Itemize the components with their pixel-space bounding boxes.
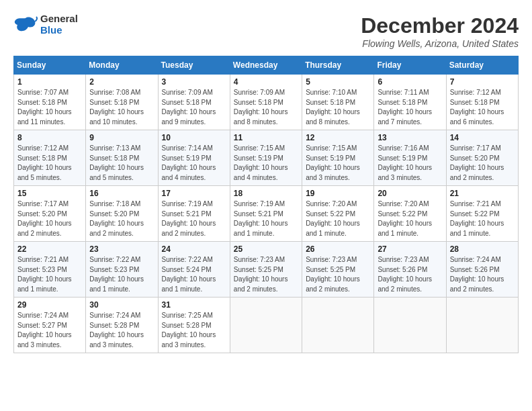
- calendar-cell: 15Sunrise: 7:17 AMSunset: 5:20 PMDayligh…: [14, 186, 86, 242]
- day-info: Sunrise: 7:24 AMSunset: 5:28 PMDaylight:…: [89, 311, 154, 350]
- day-info: Sunrise: 7:25 AMSunset: 5:28 PMDaylight:…: [162, 311, 226, 350]
- calendar-cell: [446, 298, 518, 353]
- calendar-week-row: 15Sunrise: 7:17 AMSunset: 5:20 PMDayligh…: [14, 186, 519, 242]
- calendar-cell: 20Sunrise: 7:20 AMSunset: 5:22 PMDayligh…: [374, 186, 446, 242]
- day-number: 5: [306, 77, 370, 87]
- calendar-cell: 27Sunrise: 7:23 AMSunset: 5:26 PMDayligh…: [374, 242, 446, 298]
- day-number: 18: [234, 189, 298, 198]
- day-info: Sunrise: 7:18 AMSunset: 5:20 PMDaylight:…: [89, 199, 154, 238]
- calendar-cell: 4Sunrise: 7:09 AMSunset: 5:18 PMDaylight…: [230, 75, 302, 130]
- day-info: Sunrise: 7:17 AMSunset: 5:20 PMDaylight:…: [17, 199, 82, 238]
- calendar-week-row: 29Sunrise: 7:24 AMSunset: 5:27 PMDayligh…: [14, 298, 519, 353]
- logo: General Blue: [13, 13, 78, 36]
- day-info: Sunrise: 7:24 AMSunset: 5:26 PMDaylight:…: [450, 255, 515, 294]
- weekday-header: Thursday: [302, 56, 374, 75]
- day-number: 2: [89, 77, 154, 87]
- day-number: 23: [89, 244, 154, 254]
- weekday-header: Wednesday: [230, 56, 302, 75]
- calendar-cell: 22Sunrise: 7:21 AMSunset: 5:23 PMDayligh…: [14, 242, 86, 298]
- day-info: Sunrise: 7:07 AMSunset: 5:18 PMDaylight:…: [17, 88, 82, 127]
- calendar-cell: 29Sunrise: 7:24 AMSunset: 5:27 PMDayligh…: [14, 298, 86, 353]
- calendar-cell: 11Sunrise: 7:15 AMSunset: 5:19 PMDayligh…: [230, 130, 302, 186]
- day-number: 15: [17, 189, 82, 198]
- day-info: Sunrise: 7:15 AMSunset: 5:19 PMDaylight:…: [234, 144, 298, 183]
- logo-blue: Blue: [40, 25, 78, 36]
- calendar-cell: [302, 298, 374, 353]
- day-info: Sunrise: 7:22 AMSunset: 5:23 PMDaylight:…: [89, 255, 154, 294]
- day-info: Sunrise: 7:17 AMSunset: 5:20 PMDaylight:…: [450, 144, 515, 183]
- calendar-week-row: 22Sunrise: 7:21 AMSunset: 5:23 PMDayligh…: [14, 242, 519, 298]
- calendar-cell: 5Sunrise: 7:10 AMSunset: 5:18 PMDaylight…: [302, 75, 374, 130]
- day-info: Sunrise: 7:09 AMSunset: 5:18 PMDaylight:…: [234, 88, 298, 127]
- logo-general: General: [40, 13, 78, 25]
- calendar-cell: 12Sunrise: 7:15 AMSunset: 5:19 PMDayligh…: [302, 130, 374, 186]
- day-number: 13: [378, 133, 442, 142]
- day-info: Sunrise: 7:12 AMSunset: 5:18 PMDaylight:…: [17, 144, 82, 183]
- day-info: Sunrise: 7:21 AMSunset: 5:23 PMDaylight:…: [17, 255, 82, 294]
- title-block: December 2024 Flowing Wells, Arizona, Un…: [361, 13, 519, 49]
- calendar-cell: 2Sunrise: 7:08 AMSunset: 5:18 PMDaylight…: [86, 75, 158, 130]
- day-number: 11: [234, 133, 298, 142]
- day-info: Sunrise: 7:21 AMSunset: 5:22 PMDaylight:…: [450, 199, 515, 238]
- calendar-cell: 31Sunrise: 7:25 AMSunset: 5:28 PMDayligh…: [158, 298, 230, 353]
- calendar-cell: 9Sunrise: 7:13 AMSunset: 5:18 PMDaylight…: [86, 130, 158, 186]
- day-info: Sunrise: 7:23 AMSunset: 5:25 PMDaylight:…: [306, 255, 370, 294]
- location: Flowing Wells, Arizona, United States: [361, 38, 519, 49]
- calendar-cell: 28Sunrise: 7:24 AMSunset: 5:26 PMDayligh…: [446, 242, 518, 298]
- day-number: 1: [17, 77, 82, 87]
- day-number: 4: [234, 77, 298, 87]
- day-info: Sunrise: 7:14 AMSunset: 5:19 PMDaylight:…: [162, 144, 226, 183]
- calendar-cell: [230, 298, 302, 353]
- day-info: Sunrise: 7:12 AMSunset: 5:18 PMDaylight:…: [450, 88, 515, 127]
- calendar-table: SundayMondayTuesdayWednesdayThursdayFrid…: [13, 56, 519, 353]
- page-header: General Blue December 2024 Flowing Wells…: [13, 13, 519, 49]
- day-number: 21: [450, 189, 515, 198]
- calendar-cell: 30Sunrise: 7:24 AMSunset: 5:28 PMDayligh…: [86, 298, 158, 353]
- day-number: 6: [378, 77, 442, 87]
- day-number: 25: [234, 244, 298, 254]
- day-info: Sunrise: 7:22 AMSunset: 5:24 PMDaylight:…: [162, 255, 226, 294]
- calendar-cell: 3Sunrise: 7:09 AMSunset: 5:18 PMDaylight…: [158, 75, 230, 130]
- day-info: Sunrise: 7:09 AMSunset: 5:18 PMDaylight:…: [162, 88, 226, 127]
- day-info: Sunrise: 7:11 AMSunset: 5:18 PMDaylight:…: [378, 88, 442, 127]
- calendar-cell: 21Sunrise: 7:21 AMSunset: 5:22 PMDayligh…: [446, 186, 518, 242]
- calendar-cell: [374, 298, 446, 353]
- day-number: 9: [89, 133, 154, 142]
- day-info: Sunrise: 7:13 AMSunset: 5:18 PMDaylight:…: [89, 144, 154, 183]
- calendar-cell: 24Sunrise: 7:22 AMSunset: 5:24 PMDayligh…: [158, 242, 230, 298]
- logo-icon: [13, 15, 38, 35]
- day-number: 16: [89, 189, 154, 198]
- day-info: Sunrise: 7:19 AMSunset: 5:21 PMDaylight:…: [162, 199, 226, 238]
- calendar-cell: 10Sunrise: 7:14 AMSunset: 5:19 PMDayligh…: [158, 130, 230, 186]
- day-number: 31: [162, 300, 226, 310]
- calendar-cell: 25Sunrise: 7:23 AMSunset: 5:25 PMDayligh…: [230, 242, 302, 298]
- calendar-week-row: 1Sunrise: 7:07 AMSunset: 5:18 PMDaylight…: [14, 75, 519, 130]
- calendar-cell: 6Sunrise: 7:11 AMSunset: 5:18 PMDaylight…: [374, 75, 446, 130]
- day-info: Sunrise: 7:16 AMSunset: 5:19 PMDaylight:…: [378, 144, 442, 183]
- weekday-header: Saturday: [446, 56, 518, 75]
- weekday-header: Monday: [86, 56, 158, 75]
- day-number: 14: [450, 133, 515, 142]
- logo-text: General Blue: [40, 13, 78, 36]
- day-number: 22: [17, 244, 82, 254]
- month-year: December 2024: [361, 13, 519, 38]
- day-number: 3: [162, 77, 226, 87]
- calendar-week-row: 8Sunrise: 7:12 AMSunset: 5:18 PMDaylight…: [14, 130, 519, 186]
- calendar-cell: 23Sunrise: 7:22 AMSunset: 5:23 PMDayligh…: [86, 242, 158, 298]
- day-info: Sunrise: 7:23 AMSunset: 5:25 PMDaylight:…: [234, 255, 298, 294]
- calendar-cell: 26Sunrise: 7:23 AMSunset: 5:25 PMDayligh…: [302, 242, 374, 298]
- day-info: Sunrise: 7:08 AMSunset: 5:18 PMDaylight:…: [89, 88, 154, 127]
- day-info: Sunrise: 7:23 AMSunset: 5:26 PMDaylight:…: [378, 255, 442, 294]
- weekday-header: Sunday: [14, 56, 86, 75]
- day-info: Sunrise: 7:20 AMSunset: 5:22 PMDaylight:…: [306, 199, 370, 238]
- calendar-cell: 16Sunrise: 7:18 AMSunset: 5:20 PMDayligh…: [86, 186, 158, 242]
- day-number: 24: [162, 244, 226, 254]
- calendar-cell: 7Sunrise: 7:12 AMSunset: 5:18 PMDaylight…: [446, 75, 518, 130]
- day-info: Sunrise: 7:10 AMSunset: 5:18 PMDaylight:…: [306, 88, 370, 127]
- calendar-cell: 14Sunrise: 7:17 AMSunset: 5:20 PMDayligh…: [446, 130, 518, 186]
- day-number: 20: [378, 189, 442, 198]
- day-number: 29: [17, 300, 82, 310]
- calendar-cell: 17Sunrise: 7:19 AMSunset: 5:21 PMDayligh…: [158, 186, 230, 242]
- day-info: Sunrise: 7:20 AMSunset: 5:22 PMDaylight:…: [378, 199, 442, 238]
- day-number: 26: [306, 244, 370, 254]
